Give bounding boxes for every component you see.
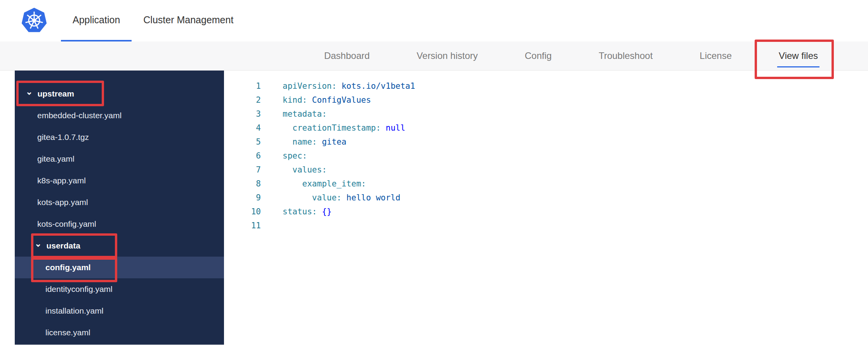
code-line: 1 apiVersion: kots.io/v1beta1 <box>224 79 868 93</box>
code-line: 2 kind: ConfigValues <box>224 93 868 107</box>
tree-file-label: gitea-1.0.7.tgz <box>37 133 89 142</box>
tree-file-embedded-cluster[interactable]: embedded-cluster.yaml <box>15 105 224 126</box>
subnav-tab-license[interactable]: License <box>700 50 732 61</box>
tree-file-label: embedded-cluster.yaml <box>37 111 122 120</box>
tree-file-kots-config[interactable]: kots-config.yaml <box>15 213 224 235</box>
line-number: 6 <box>224 149 261 163</box>
line-number: 3 <box>224 107 261 121</box>
tree-file-label: k8s-app.yaml <box>37 176 86 185</box>
code-line: 5 name: gitea <box>224 135 868 149</box>
tree-file-label: kots-app.yaml <box>37 198 88 207</box>
line-number: 4 <box>224 121 261 135</box>
tree-folder-label: upstream <box>37 89 74 98</box>
code-line: 4 creationTimestamp: null <box>224 121 868 135</box>
line-number: 2 <box>224 93 261 107</box>
tree-file-identityconfig[interactable]: identityconfig.yaml <box>15 278 224 300</box>
tree-file-gitea-tgz[interactable]: gitea-1.0.7.tgz <box>15 126 224 148</box>
tree-file-config-yaml-selected[interactable]: config.yaml <box>15 257 224 278</box>
line-number: 9 <box>224 191 261 205</box>
app-subnav: Dashboard Version history Config Trouble… <box>0 41 868 71</box>
code-line: 6 spec: <box>224 149 868 163</box>
tab-cluster-management[interactable]: Cluster Management <box>132 0 245 41</box>
tree-file-license[interactable]: license.yaml <box>15 322 224 343</box>
tree-file-label: license.yaml <box>45 328 90 337</box>
code-line: 8 example_item: <box>224 177 868 191</box>
code-line: 7 values: <box>224 163 868 177</box>
tree-folder-userdata[interactable]: ⌄ userdata <box>15 235 224 257</box>
tree-folder-label: userdata <box>46 241 80 250</box>
subnav-tab-view-files[interactable]: View files <box>779 50 818 61</box>
tree-file-label: gitea.yaml <box>37 154 75 164</box>
top-nav-bar: Application Cluster Management <box>0 0 868 41</box>
tree-file-label: identityconfig.yaml <box>45 285 113 294</box>
tree-file-gitea-yaml[interactable]: gitea.yaml <box>15 148 224 170</box>
chevron-down-icon[interactable]: ⌄ <box>26 88 33 96</box>
line-number: 5 <box>224 135 261 149</box>
tree-file-installation[interactable]: installation.yaml <box>15 300 224 322</box>
top-tabs: Application Cluster Management <box>61 0 245 41</box>
main-area: ⌄ upstream embedded-cluster.yaml gitea-1… <box>0 71 868 345</box>
chevron-down-icon[interactable]: ⌄ <box>35 240 42 248</box>
code-line: 3 metadata: <box>224 107 868 121</box>
line-number: 10 <box>224 205 261 219</box>
tree-file-kots-app[interactable]: kots-app.yaml <box>15 191 224 213</box>
code-line: 11 <box>224 219 868 233</box>
tree-file-label: config.yaml <box>45 263 91 272</box>
code-line: 10 status: {} <box>224 205 868 219</box>
subnav-tab-dashboard[interactable]: Dashboard <box>324 50 370 61</box>
subnav-tab-version-history[interactable]: Version history <box>417 50 477 61</box>
tree-folder-upstream[interactable]: ⌄ upstream <box>15 83 224 105</box>
tree-file-label: installation.yaml <box>45 306 103 316</box>
kubernetes-logo-icon <box>21 8 47 33</box>
yaml-file-viewer[interactable]: 1 apiVersion: kots.io/v1beta1 2 kind: Co… <box>224 71 868 345</box>
subnav-tab-config[interactable]: Config <box>525 50 552 61</box>
tab-application[interactable]: Application <box>61 0 132 41</box>
kubernetes-logo[interactable] <box>21 8 47 33</box>
tree-file-label: kots-config.yaml <box>37 219 96 229</box>
line-number: 1 <box>224 79 261 93</box>
tree-file-k8s-app[interactable]: k8s-app.yaml <box>15 170 224 191</box>
line-number: 7 <box>224 163 261 177</box>
line-number: 8 <box>224 177 261 191</box>
subnav-tab-troubleshoot[interactable]: Troubleshoot <box>599 50 653 61</box>
code-line: 9 value: hello world <box>224 191 868 205</box>
line-number: 11 <box>224 219 261 233</box>
file-tree-sidebar: ⌄ upstream embedded-cluster.yaml gitea-1… <box>15 71 224 345</box>
